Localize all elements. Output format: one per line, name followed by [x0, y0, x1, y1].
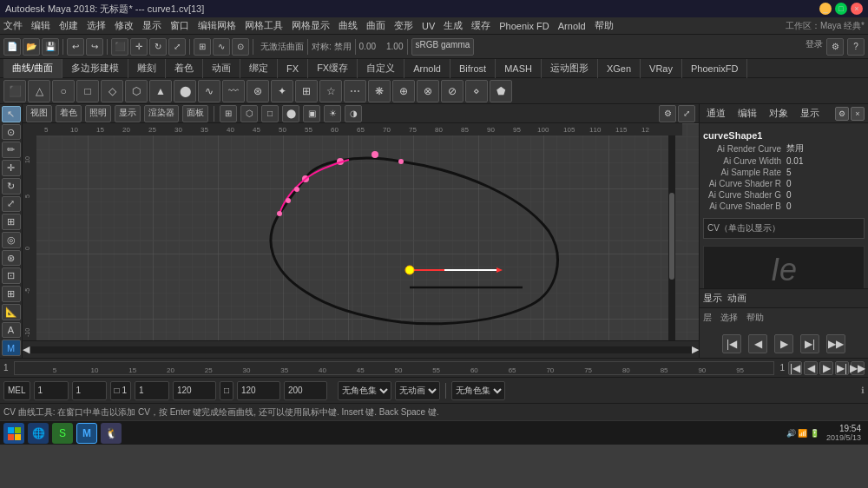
menu-curve[interactable]: 曲线: [339, 19, 358, 32]
shelf-poly10[interactable]: ⊛: [247, 80, 269, 102]
vp-panel-view[interactable]: 视图: [26, 105, 52, 122]
vp-view-persp[interactable]: ⬡: [240, 105, 258, 122]
menu-arnold[interactable]: Arnold: [558, 21, 586, 31]
lt-annotation[interactable]: A: [2, 322, 21, 339]
menu-phoenix[interactable]: Phoenix FD: [499, 21, 549, 31]
taskbar-app4[interactable]: 🐧: [101, 423, 122, 444]
lt-show-manip[interactable]: ⊛: [2, 250, 21, 267]
modtab-polygon[interactable]: 多边形建模: [62, 59, 128, 78]
lt-paint[interactable]: ✏: [2, 142, 21, 158]
move-tool[interactable]: ✛: [130, 38, 148, 56]
modtab-mash[interactable]: MASH: [496, 59, 542, 78]
vp-smooth[interactable]: ⬤: [282, 105, 299, 122]
snap-grid[interactable]: ⊞: [194, 38, 211, 56]
modtab-rigging[interactable]: 着色: [166, 59, 203, 78]
modtab-vray[interactable]: VRay: [641, 59, 682, 78]
close-button[interactable]: ×: [851, 3, 863, 15]
shelf-poly5[interactable]: ⬡: [125, 80, 148, 102]
menu-window[interactable]: 窗口: [170, 19, 189, 32]
vp-view-all[interactable]: ⊞: [220, 105, 237, 122]
rp-settings[interactable]: ⚙: [835, 107, 849, 121]
menu-generate[interactable]: 生成: [444, 19, 463, 32]
status-chars2-dropdown[interactable]: 无角色集: [451, 381, 505, 400]
menu-help[interactable]: 帮助: [595, 19, 614, 32]
menu-uv[interactable]: UV: [422, 21, 435, 31]
menu-modify[interactable]: 修改: [115, 19, 134, 32]
status-input-3[interactable]: [135, 381, 169, 400]
status-charsets-dropdown[interactable]: 无角色集: [338, 381, 391, 400]
vp-settings[interactable]: ⚙: [659, 105, 676, 122]
modtab-motiongraph[interactable]: 运动图形: [542, 59, 598, 78]
rp-nav-prev[interactable]: ◀: [748, 334, 767, 353]
modtab-custom[interactable]: 自定义: [358, 59, 404, 78]
status-input-1[interactable]: [34, 381, 69, 400]
maximize-button[interactable]: □: [835, 3, 847, 15]
shelf-poly17[interactable]: ⊗: [417, 80, 439, 102]
menu-select[interactable]: 选择: [87, 19, 106, 32]
play-next[interactable]: ▶|: [835, 361, 849, 375]
status-anim-dropdown[interactable]: 无动画: [395, 381, 440, 400]
viewport-canvas[interactable]: 5 10 15 20 25 30 35 40 45 50 55 60 65 70…: [23, 123, 699, 340]
shelf-poly3[interactable]: □: [76, 80, 99, 102]
rp-nav-next[interactable]: ▶|: [800, 334, 819, 353]
snap-point[interactable]: ⊙: [232, 38, 249, 56]
shelf-poly7[interactable]: ⬤: [174, 80, 196, 102]
menu-cache[interactable]: 缓存: [471, 19, 490, 32]
modtab-fxcache[interactable]: FX缓存: [308, 59, 358, 78]
modtab-bifrost[interactable]: Bifrost: [450, 59, 496, 78]
shelf-select[interactable]: ⬛: [3, 80, 26, 102]
rp-btab-animation[interactable]: 动画: [727, 292, 746, 305]
rp-btab-display[interactable]: 显示: [703, 292, 722, 305]
snap-curve[interactable]: ∿: [213, 38, 230, 56]
vp-expand[interactable]: ⤢: [678, 105, 695, 122]
vp-panel-render[interactable]: 渲染器: [144, 105, 179, 122]
menu-display[interactable]: 显示: [142, 19, 161, 32]
vp-texture[interactable]: ▣: [303, 105, 320, 122]
rp-nav-play[interactable]: ▶: [774, 334, 793, 353]
vp-light[interactable]: ☀: [324, 105, 341, 122]
status-input-5[interactable]: [237, 381, 280, 400]
lt-move[interactable]: ✛: [2, 160, 21, 176]
menu-edit[interactable]: 编辑: [31, 19, 50, 32]
lt-lasso[interactable]: ⊙: [2, 124, 21, 141]
scroll-right[interactable]: ▶: [692, 346, 699, 353]
lt-rotate[interactable]: ↻: [2, 178, 21, 195]
vp-panel-panel[interactable]: 面板: [182, 105, 208, 122]
status-input-6[interactable]: [284, 381, 327, 400]
rp-tab-display[interactable]: 显示: [797, 107, 823, 120]
modtab-animation[interactable]: 动画: [203, 59, 240, 78]
taskbar-app1[interactable]: 🌐: [28, 423, 49, 444]
redo-button[interactable]: ↪: [86, 38, 103, 56]
modtab-phoenixfd[interactable]: PhoenixFD: [682, 59, 747, 78]
modtab-arnold[interactable]: Arnold: [404, 59, 450, 78]
menu-surface[interactable]: 曲面: [366, 19, 385, 32]
scroll-left[interactable]: ◀: [23, 346, 30, 353]
rp-tab-channel[interactable]: 通道: [703, 107, 729, 120]
lt-scale[interactable]: ⤢: [2, 196, 21, 213]
modtab-bind[interactable]: 绑定: [240, 59, 278, 78]
taskbar-maya[interactable]: M: [76, 423, 97, 444]
modtab-curve-surface[interactable]: 曲线/曲面: [3, 59, 62, 78]
vp-panel-light[interactable]: 照明: [85, 105, 111, 122]
vp-wireframe[interactable]: □: [261, 105, 279, 122]
open-scene-button[interactable]: 📂: [23, 38, 40, 56]
modtab-sculpt[interactable]: 雕刻: [128, 59, 166, 78]
modtab-fx[interactable]: FX: [278, 59, 308, 78]
vp-panel-display[interactable]: 显示: [115, 105, 141, 122]
colorspace-dropdown[interactable]: sRGB gamma: [411, 38, 475, 56]
shelf-poly16[interactable]: ⊕: [392, 80, 415, 102]
lt-select[interactable]: ↖: [2, 106, 21, 122]
lt-softmod[interactable]: ◎: [2, 232, 21, 248]
shelf-poly6[interactable]: ▲: [149, 80, 172, 102]
menu-deform[interactable]: 变形: [394, 19, 413, 32]
menu-editmesh[interactable]: 编辑网格: [198, 19, 236, 32]
menu-meshdisplay[interactable]: 网格显示: [292, 19, 330, 32]
shelf-poly14[interactable]: ⋯: [344, 80, 366, 102]
scale-tool[interactable]: ⤢: [168, 38, 186, 56]
shelf-poly19[interactable]: ⋄: [465, 80, 488, 102]
minimize-button[interactable]: _: [819, 3, 832, 15]
play-prev[interactable]: ◀: [804, 361, 818, 375]
vp-shadow[interactable]: ◑: [345, 105, 362, 122]
shelf-poly15[interactable]: ❋: [368, 80, 391, 102]
shelf-poly1[interactable]: △: [28, 80, 50, 102]
